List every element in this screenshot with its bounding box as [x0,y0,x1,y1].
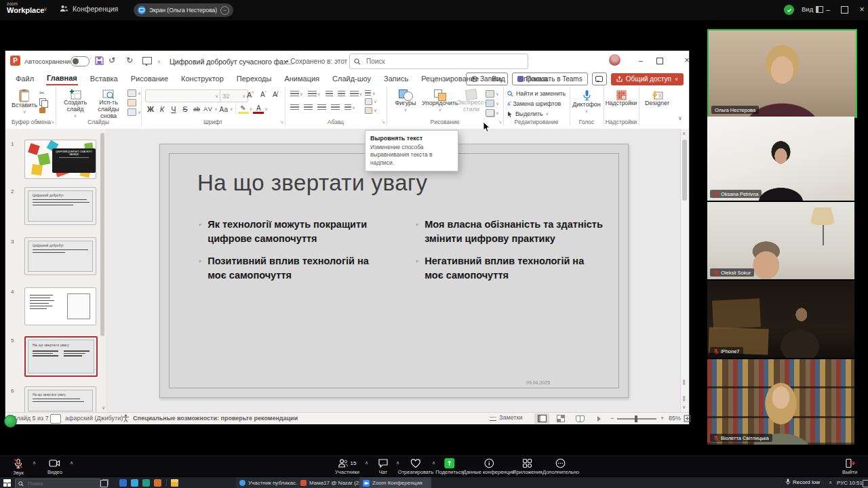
participants-button[interactable]: 15 Участники [335,458,359,475]
cut-icon[interactable]: ✂ [39,89,46,96]
app-icon-powerpoint[interactable] [154,479,161,487]
taskbar-window-2[interactable]: Мама17 @ Nazar (23... [297,477,363,488]
text-shadow-button[interactable]: ab [191,106,202,113]
meeting-info-button[interactable]: Данные конференции [463,458,515,475]
chat-button[interactable]: Чат [378,458,389,475]
app-icon-folder[interactable] [171,479,178,487]
display-settings-icon[interactable] [50,414,61,424]
language-indicator[interactable]: РУС [837,480,848,486]
shape-effects-icon[interactable] [486,109,494,117]
chevron-down-icon[interactable]: ∨ [43,6,47,12]
highlight-color-button[interactable]: ✎ [238,104,249,114]
previous-slide-icon[interactable]: ∧∧ [682,380,686,385]
numbering-icon[interactable] [308,91,317,97]
taskbar-window-3-active[interactable]: Zoom Конференция [359,477,431,488]
ppt-close-icon[interactable]: × [678,56,696,65]
tab-home[interactable]: Главная [46,72,78,85]
text-direction-icon[interactable] [365,90,371,96]
tab-draw[interactable]: Рисование [130,73,169,85]
slide[interactable]: На що звертати увагу ◦Як технології можу… [159,144,629,398]
dialog-launcher-icon[interactable]: ↘ [381,119,385,125]
app-icon-excel[interactable] [142,479,150,487]
arrange-button[interactable]: Упорядочить ∨ [422,89,458,113]
redo-icon[interactable]: ↻ [126,56,133,65]
tab-design[interactable]: Конструктор [180,73,224,85]
audio-button[interactable]: Звук [13,458,24,476]
zoom-in-icon[interactable]: + [660,415,664,422]
leave-button[interactable]: Выйти [842,458,857,475]
search-input[interactable] [365,57,503,66]
taskbar-window-1[interactable]: Участник публикас... [236,477,301,488]
thumbs-scroll-down-icon[interactable]: ∨ [102,405,105,411]
audio-options-icon[interactable]: ∧ [33,460,36,466]
slide-thumbnail-6[interactable]: На що звертати увагу [24,386,96,412]
change-case-button[interactable]: Аа [218,106,229,113]
reset-slide-icon[interactable] [127,99,136,106]
bullets-icon[interactable] [290,91,299,97]
share-screen-button[interactable]: Поделиться [435,458,463,475]
tab-animations[interactable]: Анимация [283,73,320,85]
shape-outline-icon[interactable] [486,100,494,107]
language-status[interactable]: афарский (Джибути) [65,415,123,422]
smartart-icon[interactable] [365,107,372,114]
align-right-icon[interactable] [317,104,326,110]
comments-button[interactable] [592,73,607,85]
video-button[interactable]: Видео [47,458,62,475]
bold-button[interactable]: Ж [145,105,156,113]
reuse-slides-button[interactable]: Исп-ть слайды снова [92,89,125,120]
slide-sorter-button[interactable] [553,413,568,424]
maximize-window-icon[interactable] [841,6,848,14]
strikethrough-button[interactable]: S [180,105,191,113]
shapes-button[interactable]: Фигуры ∨ [392,89,419,113]
tab-record[interactable]: Запись [383,73,409,85]
slide-thumbnail-3[interactable]: Цифровий добробут [24,237,96,275]
notification-center-icon[interactable] [863,480,868,487]
slide-thumbnail-4[interactable] [24,287,96,325]
align-text-icon[interactable] [365,98,372,105]
meeting-tab[interactable]: Конференция [60,4,118,13]
section-icon[interactable] [127,108,136,116]
dialog-launcher-icon[interactable]: ↘ [279,119,283,125]
scroll-up-icon[interactable]: ∧ [682,131,686,136]
slideshow-icon[interactable] [142,57,152,64]
taskbar-search-box[interactable] [15,479,100,488]
slide-thumbnail-1[interactable]: Цифровий добробут сучасного фахівця [24,140,96,179]
more-button[interactable]: Дополнительно [542,458,579,475]
save-icon[interactable] [95,56,104,65]
app-icon-word[interactable] [119,479,127,487]
task-view-icon[interactable] [100,480,108,487]
dictate-button[interactable]: Диктофон ∨ [570,89,604,114]
addins-button[interactable]: Надстройки [604,90,639,106]
accessibility-status[interactable]: Специальные возможности: проверьте реком… [133,415,298,422]
start-button[interactable] [3,479,11,487]
font-size-select[interactable]: 32∨ [220,89,248,102]
copy-icon[interactable] [39,98,46,106]
present-in-teams-button[interactable]: Показать в Teams [512,73,588,85]
normal-view-button[interactable] [534,413,549,424]
columns-icon[interactable] [344,104,351,110]
font-color-button[interactable]: А [253,104,264,114]
toolbar-options-icon[interactable]: ∨ [157,59,161,64]
apps-button[interactable]: Приложения [513,458,542,475]
zoom-out-icon[interactable]: − [610,415,614,422]
notes-button[interactable]: Заметки [490,414,522,421]
participant-video-5[interactable]: Віолетта Світлицька [707,359,854,445]
increase-indent-icon[interactable] [338,91,345,97]
zoom-slider-thumb[interactable] [635,415,637,422]
account-avatar[interactable] [609,54,620,66]
autosave-toggle[interactable] [71,56,90,66]
tab-file[interactable]: Файл [15,73,35,85]
designer-button[interactable]: Designer [639,90,675,107]
scroll-down-icon[interactable]: ∨ [682,405,686,410]
dialog-launcher-icon[interactable]: ↘ [498,119,502,125]
slide-layout-icon[interactable] [127,89,136,97]
react-button[interactable]: Отреагировать [398,458,433,475]
reading-view-button[interactable] [572,413,587,424]
security-shield-icon[interactable] [784,5,794,15]
shape-fill-icon[interactable] [486,90,494,98]
scrollbar-thumb[interactable] [682,140,687,201]
tray-expand-icon[interactable]: ∧ [829,480,832,485]
slide-thumbnail-2[interactable]: Цифровий добробут [24,187,96,225]
video-options-icon[interactable]: ∧ [70,460,73,466]
align-left-icon[interactable] [290,104,299,110]
